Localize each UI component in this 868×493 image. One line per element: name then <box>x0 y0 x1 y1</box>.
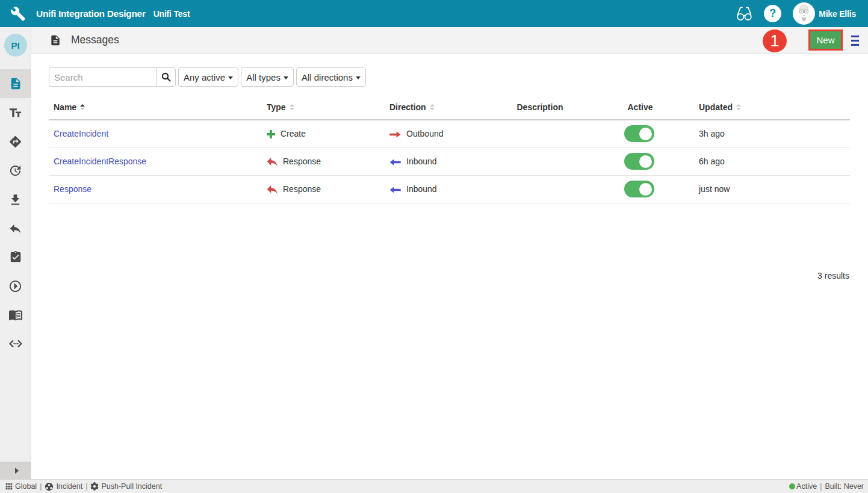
sidebar-item-code[interactable] <box>0 329 31 358</box>
column-header-direction[interactable]: Direction <box>385 96 489 120</box>
gear-icon <box>90 482 99 491</box>
page-header: Messages 1 New <box>31 27 868 54</box>
user-avatar[interactable] <box>793 2 815 25</box>
sidebar-item-documentation[interactable] <box>0 300 31 329</box>
caret-down-icon <box>228 76 233 79</box>
create-type-icon <box>267 130 275 138</box>
annotation-highlight-box: New <box>808 29 843 51</box>
build-status: Active <box>796 482 817 491</box>
filter-toolbar: Any active All types All directions <box>49 67 366 87</box>
search-button[interactable] <box>156 67 176 87</box>
sidebar-item-history[interactable] <box>0 156 31 185</box>
table-row: Response Response Inbound just now <box>49 175 850 203</box>
sidebar-item-tasks[interactable] <box>0 243 31 271</box>
type-label: Response <box>283 157 321 166</box>
menu-bar <box>851 44 859 46</box>
process-icon <box>45 482 54 491</box>
active-toggle[interactable] <box>624 125 654 142</box>
updated-cell: 6h ago <box>699 157 725 166</box>
toggle-knob <box>639 155 652 168</box>
sidebar-item-fields[interactable] <box>0 98 31 127</box>
directions-icon <box>8 135 22 149</box>
wrench-logo-icon <box>10 6 26 22</box>
sidebar-item-export[interactable] <box>0 185 31 214</box>
outbound-direction-icon <box>389 131 401 138</box>
chevron-right-icon <box>14 468 19 474</box>
search-input[interactable] <box>49 67 156 87</box>
sort-asc-icon <box>80 104 85 110</box>
message-link[interactable]: CreateIncident <box>54 129 108 138</box>
sort-icon <box>736 104 741 110</box>
column-header-type[interactable]: Type <box>262 96 385 120</box>
sidebar-item-responses[interactable] <box>0 214 31 243</box>
sidebar-expand-button[interactable] <box>0 462 31 479</box>
response-type-icon <box>267 157 277 166</box>
active-status-dot <box>789 483 795 489</box>
toggle-knob <box>639 128 652 140</box>
annotation-step-badge: 1 <box>763 29 787 52</box>
avatar-face-illustration <box>793 2 815 25</box>
column-header-active: Active <box>591 96 689 120</box>
direction-label: Inbound <box>406 184 437 194</box>
download-icon <box>8 193 22 206</box>
menu-icon[interactable] <box>851 36 859 46</box>
new-button[interactable]: New <box>810 31 841 49</box>
separator: | <box>85 482 87 491</box>
toggle-knob <box>639 183 652 196</box>
scope-segment[interactable]: Global <box>5 482 37 491</box>
direction-label: Outbound <box>406 129 444 138</box>
updated-cell: just now <box>699 184 730 194</box>
messages-icon <box>9 77 22 90</box>
menu-bar <box>851 40 859 42</box>
sort-icon <box>290 104 294 110</box>
grid-icon <box>5 483 13 490</box>
play-circle-icon <box>8 279 22 293</box>
process-segment[interactable]: Incident <box>45 482 82 491</box>
direction-filter-dropdown[interactable]: All directions <box>296 67 366 87</box>
sidebar-item-messages[interactable] <box>0 69 31 98</box>
history-icon <box>8 164 22 178</box>
results-count: 3 results <box>817 271 849 281</box>
messages-table: Name Type Direction Description Active U… <box>49 96 850 203</box>
caret-down-icon <box>356 76 361 79</box>
type-filter-dropdown[interactable]: All types <box>241 67 294 87</box>
menu-bar <box>851 36 859 37</box>
sidebar-item-directions[interactable] <box>0 127 31 156</box>
separator: | <box>40 482 42 491</box>
status-bar: Global | Incident | Push-Pull Incident A… <box>0 479 868 493</box>
book-icon <box>8 308 23 322</box>
message-link[interactable]: Response <box>54 184 91 194</box>
type-label: Response <box>283 184 321 194</box>
response-type-icon <box>267 185 277 194</box>
sidebar-item-run[interactable] <box>0 271 31 300</box>
active-filter-dropdown[interactable]: Any active <box>178 67 238 87</box>
page-title: Messages <box>71 34 119 46</box>
user-name[interactable]: Mike Ellis <box>819 9 856 19</box>
top-navigation-bar: Unifi Integration Designer Unifi Test ? <box>0 0 868 27</box>
code-icon <box>8 336 23 351</box>
type-label: Create <box>281 129 306 138</box>
table-row: CreateIncident Create Outbound 3h ago <box>49 120 850 147</box>
app-title: Unifi Integration Designer <box>36 8 146 19</box>
reply-icon <box>8 222 22 235</box>
updated-cell: 3h ago <box>699 129 725 138</box>
caret-down-icon <box>284 76 288 79</box>
active-toggle[interactable] <box>624 153 654 170</box>
separator: | <box>820 482 822 491</box>
direction-label: Inbound <box>406 157 437 166</box>
text-format-icon <box>8 106 22 120</box>
sort-icon <box>430 104 435 110</box>
help-icon[interactable]: ? <box>764 5 781 22</box>
column-header-updated[interactable]: Updated <box>689 96 850 120</box>
spectacles-icon[interactable] <box>736 6 752 22</box>
column-header-name[interactable]: Name <box>49 96 262 120</box>
messages-icon <box>49 34 61 46</box>
message-link[interactable]: CreateIncidentResponse <box>54 157 146 166</box>
column-header-description: Description <box>489 96 591 120</box>
integration-segment[interactable]: Push-Pull Incident <box>90 482 162 491</box>
built-info: Built: Never <box>825 482 864 491</box>
integration-tab[interactable]: Unifi Test <box>153 9 190 19</box>
integration-avatar[interactable]: PI <box>4 34 27 57</box>
search-icon <box>161 72 171 82</box>
active-toggle[interactable] <box>624 181 654 197</box>
